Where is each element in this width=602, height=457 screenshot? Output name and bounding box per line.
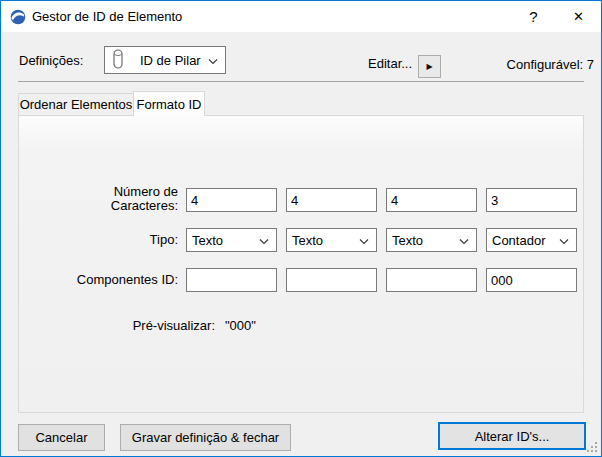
help-button[interactable]: ? bbox=[511, 1, 556, 32]
component-input-4[interactable] bbox=[486, 268, 577, 292]
component-input-2[interactable] bbox=[286, 268, 377, 292]
configurable-count: Configurável: 7 bbox=[507, 57, 594, 72]
preset-value: ID de Pilar bbox=[140, 53, 208, 68]
title-bar: Gestor de ID de Elemento ? ✕ bbox=[1, 1, 601, 32]
formato-id-panel: Número de Caracteres: Tipo: Texto Texto … bbox=[18, 115, 584, 413]
edit-flyout-button[interactable]: ▶ bbox=[418, 55, 441, 78]
change-ids-button[interactable]: Alterar ID's... bbox=[438, 422, 586, 450]
num-chars-input-2[interactable] bbox=[286, 188, 377, 212]
type-value: Texto bbox=[292, 233, 359, 248]
type-label: Tipo: bbox=[19, 232, 178, 247]
num-chars-label: Número de Caracteres: bbox=[77, 185, 178, 213]
play-icon: ▶ bbox=[426, 62, 432, 71]
resize-grip[interactable] bbox=[585, 440, 598, 453]
num-chars-input-4[interactable] bbox=[486, 188, 577, 212]
tab-label: Ordenar Elementos bbox=[20, 97, 133, 112]
tab-label: Formato ID bbox=[136, 97, 201, 112]
num-chars-input-3[interactable] bbox=[386, 188, 477, 212]
dialog-window: Gestor de ID de Elemento ? ✕ Definições:… bbox=[0, 0, 602, 457]
type-value: Contador bbox=[492, 233, 559, 248]
tab-formato-id[interactable]: Formato ID bbox=[133, 91, 205, 116]
preset-dropdown[interactable]: ID de Pilar bbox=[104, 46, 226, 74]
window-title: Gestor de ID de Elemento bbox=[32, 9, 182, 24]
save-button-label: Gravar definição & fechar bbox=[132, 430, 279, 445]
type-value: Texto bbox=[192, 233, 259, 248]
chevron-down-icon bbox=[559, 233, 569, 248]
type-dropdown-2[interactable]: Texto bbox=[286, 228, 377, 252]
settings-label: Definições: bbox=[19, 53, 83, 68]
chevron-down-icon bbox=[259, 233, 269, 248]
type-dropdown-3[interactable]: Texto bbox=[386, 228, 477, 252]
type-dropdown-4[interactable]: Contador bbox=[486, 228, 577, 252]
close-button[interactable]: ✕ bbox=[556, 1, 601, 32]
type-dropdown-1[interactable]: Texto bbox=[186, 228, 277, 252]
type-value: Texto bbox=[392, 233, 459, 248]
change-ids-button-label: Alterar ID's... bbox=[475, 429, 550, 444]
num-chars-input-1[interactable] bbox=[186, 188, 277, 212]
edit-label: Editar... bbox=[368, 56, 412, 71]
tab-ordenar-elementos[interactable]: Ordenar Elementos bbox=[18, 93, 134, 116]
save-definition-close-button[interactable]: Gravar definição & fechar bbox=[120, 424, 291, 451]
preview-label: Pré-visualizar: bbox=[55, 318, 215, 333]
preview-value: "000" bbox=[225, 318, 256, 333]
components-label: Componentes ID: bbox=[19, 272, 178, 287]
chevron-down-icon bbox=[359, 233, 369, 248]
component-input-3[interactable] bbox=[386, 268, 477, 292]
chevron-down-icon bbox=[459, 233, 469, 248]
header-separator bbox=[18, 81, 584, 82]
cancel-button[interactable]: Cancelar bbox=[18, 424, 105, 451]
app-logo-icon bbox=[10, 9, 26, 25]
cancel-button-label: Cancelar bbox=[35, 430, 87, 445]
component-input-1[interactable] bbox=[186, 268, 277, 292]
chevron-down-icon bbox=[208, 53, 218, 68]
column-icon bbox=[113, 49, 123, 72]
